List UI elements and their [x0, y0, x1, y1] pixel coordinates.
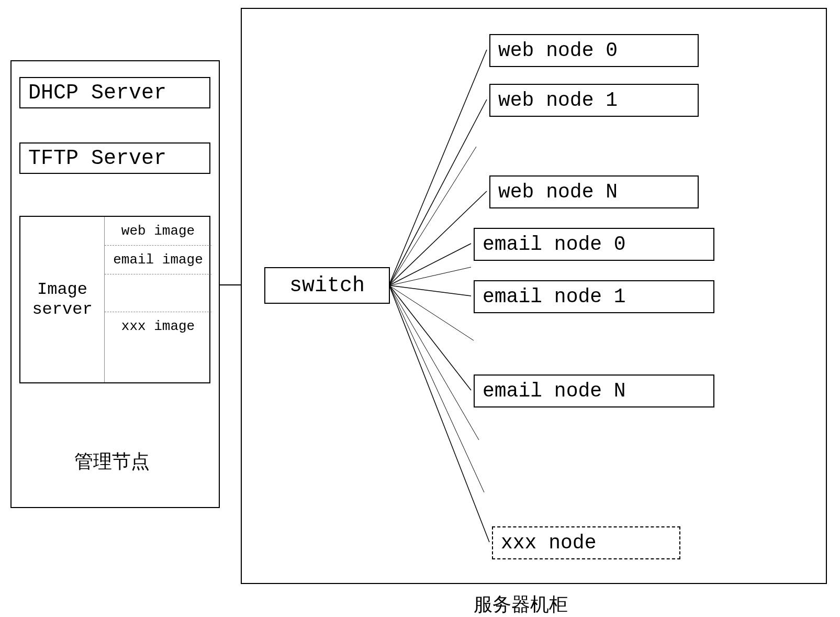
switch-label: switch — [289, 274, 365, 298]
node-web1: web node 1 — [489, 84, 699, 117]
svg-line-6 — [390, 287, 489, 542]
node-xxx: xxx node — [492, 526, 680, 559]
svg-line-1 — [390, 100, 487, 284]
node-webN: web node N — [489, 175, 699, 208]
svg-line-7 — [390, 147, 476, 284]
svg-line-4 — [390, 285, 471, 296]
svg-line-3 — [390, 244, 471, 285]
node-email1: email node 1 — [474, 280, 714, 313]
svg-line-2 — [390, 191, 487, 284]
svg-line-10 — [390, 287, 479, 440]
node-web0: web node 0 — [489, 34, 699, 67]
svg-line-9 — [390, 286, 474, 340]
svg-line-0 — [390, 50, 487, 283]
switch-box: switch — [264, 267, 390, 304]
node-email0: email node 0 — [474, 228, 714, 261]
svg-line-8 — [390, 267, 471, 285]
node-emailN: email node N — [474, 374, 714, 407]
